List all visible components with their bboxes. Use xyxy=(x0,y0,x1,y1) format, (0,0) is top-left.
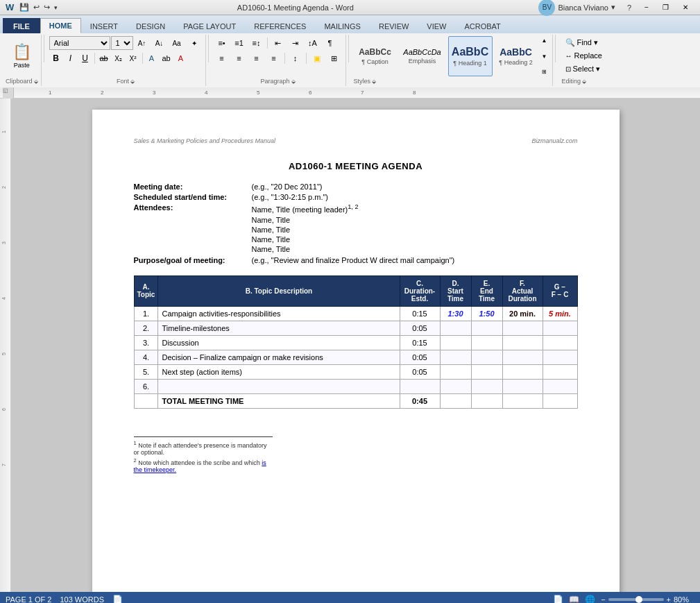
paragraph-expander[interactable]: ⬙ xyxy=(291,78,296,85)
row4-start xyxy=(440,350,471,364)
tab-design[interactable]: DESIGN xyxy=(127,18,174,33)
minimize-btn[interactable]: − xyxy=(638,2,656,13)
scroll-up-icon[interactable]: ▲ xyxy=(540,37,549,44)
paragraph-label: Paragraph xyxy=(261,78,290,85)
tab-acrobat[interactable]: ACROBAT xyxy=(455,18,509,33)
align-center-btn[interactable]: ≡ xyxy=(231,51,248,65)
strikethrough-btn[interactable]: ab xyxy=(97,51,111,65)
word-count-icon[interactable]: 📄 xyxy=(112,595,123,603)
zoom-slider[interactable] xyxy=(608,598,664,601)
underline-btn[interactable]: U xyxy=(78,51,92,65)
view-normal-icon[interactable]: 📄 xyxy=(553,595,563,603)
user-dropdown-icon[interactable]: ▾ xyxy=(611,3,615,12)
shading-btn[interactable]: ▣ xyxy=(309,51,325,65)
style-heading1-btn[interactable]: AaBbC ¶ Heading 1 xyxy=(448,36,493,76)
col-header-a: A.Topic xyxy=(134,275,158,306)
paragraph-group: ≡• ≡1 ≡↕ ⇤ ⇥ ↕A ¶ ≡ ≡ ≡ ≡ ↕ ▣ ⊞ xyxy=(211,35,346,86)
tab-home[interactable]: HOME xyxy=(40,18,81,33)
redo-icon[interactable]: ↪ xyxy=(44,3,50,12)
clipboard-label: Clipboard xyxy=(6,78,33,85)
col-header-f: F.ActualDuration xyxy=(502,275,543,306)
attendees-row: Attendees: Name, Title (meeting leader)1… xyxy=(134,203,578,214)
editing-expander[interactable]: ⬙ xyxy=(582,78,586,85)
scroll-more-icon[interactable]: ⊞ xyxy=(540,69,549,75)
justify-btn[interactable]: ≡ xyxy=(266,51,282,65)
italic-btn[interactable]: I xyxy=(64,51,78,65)
tab-mailings[interactable]: MAILINGS xyxy=(315,18,370,33)
select-btn[interactable]: ⊡ Select ▾ xyxy=(562,62,606,75)
font-size-select[interactable]: 12 xyxy=(111,36,133,50)
text-effect-btn[interactable]: A xyxy=(145,51,159,65)
decrease-indent-btn[interactable]: ⇤ xyxy=(270,36,287,50)
tab-view[interactable]: VIEW xyxy=(418,18,455,33)
clipboard-expander[interactable]: ⬙ xyxy=(34,78,38,85)
line-spacing-btn[interactable]: ↕ xyxy=(287,51,304,65)
bold-btn[interactable]: B xyxy=(49,51,63,65)
highlight-btn[interactable]: ab xyxy=(160,51,173,65)
svg-text:4: 4 xyxy=(1,297,6,300)
attendee-3: Name, Title xyxy=(252,235,578,244)
total-actual xyxy=(502,393,543,408)
restore-btn[interactable]: ❐ xyxy=(657,2,675,13)
svg-text:6: 6 xyxy=(309,90,312,96)
scroll-down-icon[interactable]: ▼ xyxy=(540,53,549,60)
view-reading-icon[interactable]: 📖 xyxy=(569,595,579,603)
superscript-btn[interactable]: X² xyxy=(126,51,140,65)
font-family-select[interactable]: Arial xyxy=(49,36,110,50)
table-row: 6. xyxy=(134,379,577,393)
customize-icon[interactable]: ▾ xyxy=(54,4,58,11)
svg-text:7: 7 xyxy=(361,90,364,96)
quick-save-icon[interactable]: 💾 xyxy=(19,3,29,12)
row3-desc: Discussion xyxy=(158,335,400,350)
replace-icon: ↔ xyxy=(565,52,572,60)
align-left-btn[interactable]: ≡ xyxy=(214,51,230,65)
help-btn[interactable]: ? xyxy=(622,2,636,13)
style-emphasis-btn[interactable]: AaBbCcDa Emphasis xyxy=(398,36,447,76)
shrink-font-btn[interactable]: A↓ xyxy=(151,36,168,50)
row1-start: 1:30 xyxy=(440,306,471,321)
border-btn[interactable]: ⊞ xyxy=(326,51,343,65)
sort-btn[interactable]: ↕A xyxy=(305,36,321,50)
zoom-in-btn[interactable]: + xyxy=(667,595,671,603)
grow-font-btn[interactable]: A↑ xyxy=(134,36,151,50)
undo-icon[interactable]: ↩ xyxy=(33,3,40,12)
style-heading2-btn[interactable]: AaBbC ¶ Heading 2 xyxy=(494,36,538,76)
styles-expander[interactable]: ⬙ xyxy=(372,78,376,85)
view-web-icon[interactable]: 🌐 xyxy=(585,595,595,603)
ribbon-tabs: FILE HOME INSERT DESIGN PAGE LAYOUT REFE… xyxy=(0,15,700,33)
replace-btn[interactable]: ↔ Replace xyxy=(562,49,606,62)
tab-insert[interactable]: INSERT xyxy=(81,18,127,33)
bullets-btn[interactable]: ≡• xyxy=(214,36,230,50)
numbering-btn[interactable]: ≡1 xyxy=(231,36,248,50)
zoom-out-btn[interactable]: − xyxy=(601,595,605,603)
ruler-corner[interactable]: ◱ xyxy=(3,87,14,99)
zoom-level[interactable]: 80% xyxy=(674,595,694,603)
doc-area[interactable]: Sales & Marketing Policies and Procedure… xyxy=(11,99,700,592)
subscript-btn[interactable]: X₂ xyxy=(112,51,126,65)
paste-button[interactable]: 📋 Paste xyxy=(8,36,35,76)
tab-file[interactable]: FILE xyxy=(3,18,40,33)
col-header-g: G −F − C xyxy=(543,275,577,306)
multilevel-btn[interactable]: ≡↕ xyxy=(248,36,265,50)
change-case-btn[interactable]: Aa xyxy=(169,36,185,50)
tab-page-layout[interactable]: PAGE LAYOUT xyxy=(174,18,245,33)
align-right-btn[interactable]: ≡ xyxy=(248,51,265,65)
increase-indent-btn[interactable]: ⇥ xyxy=(287,36,304,50)
tab-review[interactable]: REVIEW xyxy=(370,18,418,33)
row3-actual xyxy=(502,335,543,350)
find-arrow[interactable]: ▾ xyxy=(594,38,598,47)
styles-scroll[interactable]: ▲ ▼ ⊞ xyxy=(540,36,549,76)
user-name[interactable]: Bianca Viviano xyxy=(558,3,608,12)
attendee-2: Name, Title xyxy=(252,226,578,234)
font-color-btn[interactable]: A xyxy=(174,51,188,65)
show-para-btn[interactable]: ¶ xyxy=(322,36,339,50)
clear-format-btn[interactable]: ✦ xyxy=(186,36,203,50)
heading2-preview: AaBbC xyxy=(500,46,532,58)
row6-actual xyxy=(502,379,543,393)
style-caption-btn[interactable]: AaBbCc ¶ Caption xyxy=(354,36,397,76)
close-btn[interactable]: ✕ xyxy=(676,2,694,13)
select-icon: ⊡ xyxy=(565,65,571,73)
find-btn[interactable]: 🔍 Find ▾ xyxy=(562,36,606,49)
tab-references[interactable]: REFERENCES xyxy=(245,18,315,33)
font-expander[interactable]: ⬙ xyxy=(130,78,135,85)
